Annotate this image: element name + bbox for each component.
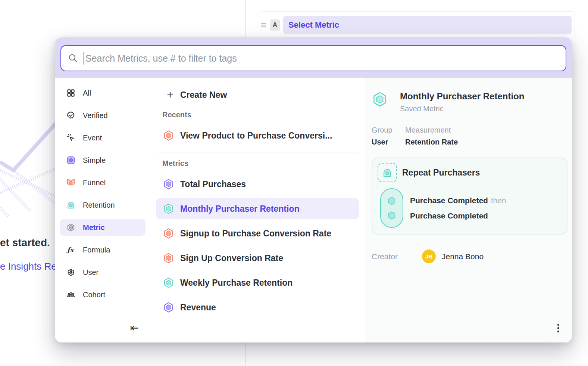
metric-list-panel: + Create New Recents View Product to Pur… (149, 78, 365, 342)
sidebar-item-label: Funnel (83, 179, 106, 187)
creator-label: Creator (372, 252, 422, 261)
sidebar-item-cohort[interactable]: Cohort (60, 286, 146, 303)
funnel-metric-hexagon-icon (163, 130, 174, 141)
select-metric-button[interactable]: Select Metric (283, 16, 572, 34)
drag-handle-icon[interactable] (261, 23, 266, 27)
section-title-recents: Recents (156, 111, 359, 119)
sidebar-footer: ⇤ (55, 313, 149, 342)
sidebar-item-label: Verified (83, 111, 108, 120)
cohort-icon (66, 290, 75, 299)
creator-name: Jenna Bono (442, 252, 484, 261)
sidebar-item-label: Metric (83, 223, 105, 232)
field-label: Group (372, 126, 405, 134)
grid-icon (66, 89, 75, 97)
event-sequence-capsule (380, 188, 403, 228)
retention-metric-hexagon-icon-large (372, 91, 388, 108)
list-item-label: Sign Up Conversion Rate (180, 253, 283, 263)
sidebar-item-funnel[interactable]: Funnel (60, 174, 146, 191)
sidebar-item-label: User (83, 268, 98, 277)
svg-text:ƒx: ƒx (66, 246, 75, 254)
sidebar-item-label: All (83, 89, 91, 97)
metric-hexagon-icon (66, 223, 75, 232)
list-item-label: Monthly Purchaser Retention (180, 204, 299, 214)
list-item-weekly-purchase-retention[interactable]: Weekly Purchase Retention (156, 272, 359, 293)
sidebar-item-verified[interactable]: Verified (60, 107, 146, 124)
block-letter-badge: A (270, 19, 280, 31)
sidebar-item-retention[interactable]: Retention (60, 197, 146, 213)
sequence-step: Purchase Completed (410, 211, 506, 220)
field-label: Measurement (405, 126, 458, 134)
cohort-dashed-icon-box (378, 163, 397, 182)
list-section-divider (156, 152, 359, 152)
list-item-label: Signup to Purchase Conversion Rate (180, 229, 331, 239)
insights-report-link-fragment[interactable]: e Insights Re (0, 261, 57, 272)
sidebar-item-label: Event (83, 134, 102, 142)
sidebar-item-label: Simple (83, 156, 106, 165)
detail-subtitle: Saved Metric (400, 105, 524, 113)
list-item-signup-to-purchase-conversion-rate[interactable]: Signup to Purchase Conversion Rate (156, 223, 359, 244)
sequence-step: Purchase Completedthen (410, 196, 506, 205)
step-connector: then (491, 196, 506, 205)
plus-icon: + (166, 89, 175, 100)
simple-metric-hexagon-icon (163, 179, 174, 190)
retention-metric-hexagon-icon (163, 203, 174, 214)
decorative-chart-lines (0, 122, 56, 223)
event-cursor-icon (66, 133, 75, 142)
create-new-label: Create New (180, 90, 227, 100)
detail-footer (365, 313, 572, 342)
sidebar-item-metric[interactable]: Metric (60, 219, 146, 236)
simple-metric-hexagon-icon (163, 302, 174, 313)
funnel-icon (66, 178, 75, 187)
more-options-button[interactable] (555, 322, 562, 335)
cohort-title: Repeat Purchasers (402, 168, 480, 178)
field-value: User (372, 138, 405, 146)
formula-icon: ƒx (66, 245, 75, 254)
create-new-button[interactable]: + Create New (156, 86, 359, 104)
sidebar-item-label: Retention (83, 201, 115, 210)
sidebar-item-all[interactable]: All (60, 85, 146, 101)
list-item-label: Revenue (180, 303, 216, 313)
creator-row: Creator JB Jenna Bono (372, 249, 567, 263)
list-item-label: Total Purchases (180, 179, 246, 189)
list-item-revenue[interactable]: Revenue (156, 297, 359, 318)
filter-sidebar: All Verified Event (55, 78, 149, 342)
list-item-label: View Product to Purchase Conversi... (180, 131, 332, 141)
field-group: Group User (372, 126, 405, 146)
list-item-label: Weekly Purchase Retention (180, 278, 293, 288)
list-item-total-purchases[interactable]: Total Purchases (156, 174, 359, 195)
user-icon (66, 268, 75, 277)
creator-avatar: JB (422, 249, 436, 263)
event-hexagon-icon (387, 211, 397, 220)
repeat-purchasers-card: Repeat Purchasers Purchase Completedthen (372, 158, 567, 235)
sidebar-item-simple[interactable]: Simple (60, 152, 146, 168)
verified-badge-icon (66, 111, 75, 120)
sidebar-item-formula[interactable]: ƒx Formula (60, 242, 146, 258)
sidebar-item-label: Formula (83, 246, 110, 254)
sidebar-item-user[interactable]: User (60, 264, 146, 280)
section-title-metrics: Metrics (156, 159, 359, 168)
list-item-recent-conversion[interactable]: View Product to Purchase Conversi... (156, 125, 359, 146)
retention-icon (66, 201, 75, 210)
search-placeholder: Search Metrics, use # to filter to tags (85, 53, 237, 64)
list-item-sign-up-conversion-rate[interactable]: Sign Up Conversion Rate (156, 248, 359, 269)
select-metric-label: Select Metric (288, 20, 339, 30)
funnel-metric-hexagon-icon (163, 228, 174, 239)
sidebar-item-label: Cohort (83, 291, 105, 299)
detail-title: Monthly Purchaser Retention (400, 91, 524, 102)
event-hexagon-icon (387, 196, 397, 206)
collapse-sidebar-button[interactable]: ⇤ (130, 323, 138, 333)
field-measurement: Measurement Retention Rate (405, 126, 458, 146)
search-input[interactable]: Search Metrics, use # to filter to tags (60, 45, 566, 71)
simple-metric-icon (66, 156, 75, 165)
funnel-metric-hexagon-icon (163, 252, 174, 264)
metric-detail-panel: Monthly Purchaser Retention Saved Metric… (365, 78, 572, 342)
sidebar-item-event[interactable]: Event (60, 130, 146, 146)
metric-block-bar: A Select Metric (257, 11, 575, 38)
search-section: Search Metrics, use # to filter to tags (55, 37, 572, 78)
list-item-monthly-purchaser-retention[interactable]: Monthly Purchaser Retention (156, 198, 359, 219)
metric-picker-modal: Search Metrics, use # to filter to tags … (55, 37, 572, 342)
field-value: Retention Rate (405, 138, 458, 146)
background-headline-fragment: et started. (0, 237, 50, 249)
search-icon (68, 53, 78, 63)
text-cursor (84, 52, 84, 65)
